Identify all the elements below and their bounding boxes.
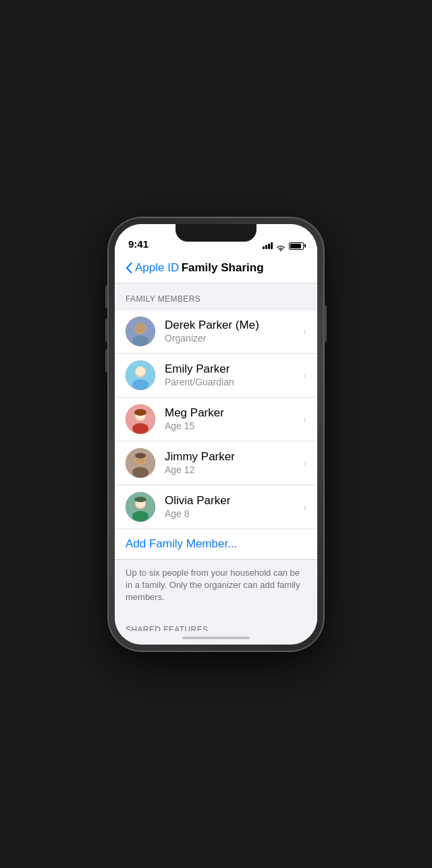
member-name-olivia: Olivia Parker: [165, 494, 303, 508]
notch: [176, 224, 256, 242]
avatar: [126, 404, 155, 434]
list-item[interactable]: Jimmy Parker Age 12 ›: [115, 441, 317, 485]
wifi-icon: [276, 242, 286, 249]
navigation-bar: Apple ID Family Sharing: [115, 254, 317, 283]
member-name-emily: Emily Parker: [165, 362, 303, 376]
member-info-derek: Derek Parker (Me) Organizer: [165, 319, 303, 344]
member-role-olivia: Age 8: [165, 508, 303, 519]
svg-point-10: [132, 423, 148, 434]
scroll-content[interactable]: Family Members: [115, 283, 317, 631]
add-family-member-button[interactable]: Add Family Member...: [115, 529, 317, 560]
member-role-derek: Organizer: [165, 333, 303, 344]
member-name-meg: Meg Parker: [165, 406, 303, 420]
chevron-icon: ›: [303, 326, 306, 337]
chevron-icon: ›: [303, 458, 306, 468]
status-time: 9:41: [128, 238, 148, 250]
avatar: [126, 317, 155, 346]
member-name-derek: Derek Parker (Me): [165, 319, 303, 332]
back-button[interactable]: Apple ID: [126, 261, 179, 275]
svg-point-3: [136, 323, 145, 333]
list-item[interactable]: Emily Parker Parent/Guardian ›: [115, 354, 317, 398]
member-role-emily: Parent/Guardian: [165, 377, 303, 387]
home-indicator: [115, 631, 317, 645]
status-icons: [263, 242, 304, 250]
member-role-meg: Age 15: [165, 421, 303, 431]
list-item[interactable]: Meg Parker Age 15 ›: [115, 398, 317, 441]
svg-point-6: [132, 379, 148, 390]
avatar: [126, 360, 155, 390]
member-info-olivia: Olivia Parker Age 8: [165, 494, 303, 519]
back-label: Apple ID: [135, 261, 179, 275]
member-name-jimmy: Jimmy Parker: [165, 450, 303, 464]
battery-icon: [289, 242, 304, 250]
member-role-jimmy: Age 12: [165, 464, 303, 475]
chevron-icon: ›: [303, 370, 306, 381]
list-item[interactable]: Olivia Parker Age 8 ›: [115, 485, 317, 529]
svg-point-20: [132, 511, 148, 522]
svg-point-12: [134, 409, 146, 416]
avatar: [126, 448, 155, 478]
home-bar: [182, 636, 250, 639]
phone-screen: 9:41: [115, 224, 317, 645]
avatar: [126, 492, 155, 522]
chevron-icon: ›: [303, 414, 306, 425]
member-info-jimmy: Jimmy Parker Age 12: [165, 450, 303, 475]
family-members-header: Family Members: [115, 283, 317, 309]
family-members-list: Derek Parker (Me) Organizer ›: [115, 309, 317, 560]
signal-icon: [263, 242, 273, 249]
family-footer-note: Up to six people from your household can…: [115, 560, 317, 615]
chevron-icon: ›: [303, 501, 306, 512]
svg-point-15: [132, 467, 148, 478]
list-item[interactable]: Derek Parker (Me) Organizer ›: [115, 310, 317, 354]
phone-frame: 9:41: [108, 217, 324, 651]
page-title: Family Sharing: [179, 261, 266, 275]
svg-point-22: [134, 497, 146, 502]
avatar-face-derek: [126, 317, 155, 346]
svg-point-2: [132, 335, 148, 346]
member-info-meg: Meg Parker Age 15: [165, 406, 303, 431]
svg-point-7: [136, 367, 145, 376]
member-info-emily: Emily Parker Parent/Guardian: [165, 362, 303, 387]
shared-features-header: Shared Features: [115, 614, 317, 630]
svg-point-17: [135, 453, 146, 458]
